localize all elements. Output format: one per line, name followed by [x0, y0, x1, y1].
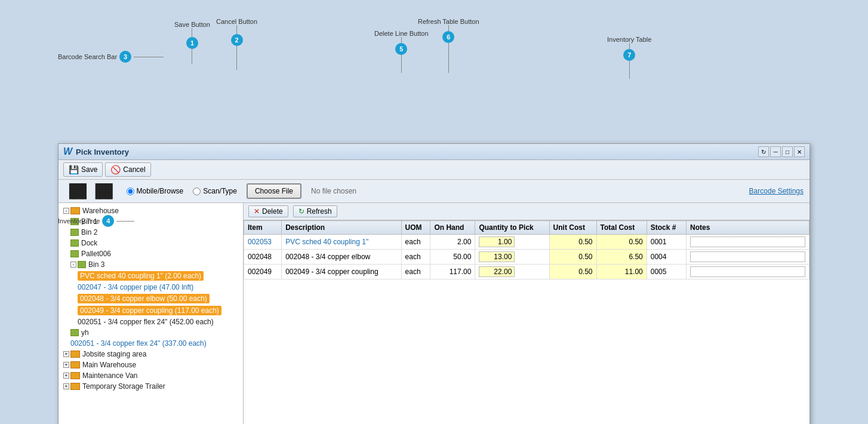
tree-main-warehouse[interactable]: + Main Warehouse [59, 360, 243, 370]
choose-file-button[interactable]: Choose File [247, 183, 301, 199]
item-copper-coupling-label: 002049 - 3/4 copper coupling (117.00 eac… [78, 306, 221, 315]
warehouse-expand[interactable]: - [63, 208, 69, 214]
tree-warehouse[interactable]: - Warehouse [59, 205, 243, 216]
row1-total-cost: 0.50 [596, 235, 647, 250]
row3-notes-input[interactable] [690, 266, 805, 277]
temp-storage-icon [70, 383, 80, 390]
refresh-table-button[interactable]: ↻ Refresh [293, 205, 337, 217]
refresh-table-icon: ↻ [298, 207, 304, 216]
mobile-radio-input[interactable] [127, 188, 134, 195]
row1-notes-input[interactable] [690, 236, 805, 247]
barcode-bar: ▐█▌▐█▌ Mobile/Browse Scan/Type Choose Fi… [59, 180, 809, 203]
tree-bin3[interactable]: - Bin 3 [59, 259, 243, 270]
row2-notes[interactable] [687, 250, 809, 265]
row2-qty-pick[interactable] [475, 250, 549, 265]
cancel-button[interactable]: 🚫 Cancel [105, 162, 150, 177]
tree-bin2[interactable]: Bin 2 [59, 227, 243, 238]
tree-item-copper-elbow[interactable]: 002048 - 3/4 copper elbow (50.00 each) [59, 293, 243, 305]
row1-stock: 0001 [647, 235, 686, 250]
main-warehouse-expand[interactable]: + [63, 362, 69, 368]
inventory-table[interactable]: Item Description UOM On Hand Quantity to… [244, 220, 809, 424]
tree-maintenance-van[interactable]: + Maintenance Van [59, 370, 243, 381]
annotation-refresh-label: Refresh Table Button [418, 18, 479, 25]
tree-item-copper-flex[interactable]: 002051 - 3/4 copper flex 24" (452.00 eac… [59, 317, 243, 327]
maintenance-van-expand[interactable]: + [63, 373, 69, 379]
tree-item-copper-pipe[interactable]: 002047 - 3/4 copper pipe (47.00 lnft) [59, 282, 243, 293]
row2-onhand: 50.00 [430, 250, 475, 265]
row1-desc: PVC sched 40 coupling 1" [282, 235, 401, 250]
row1-onhand: 2.00 [430, 235, 475, 250]
row2-uom: each [401, 250, 430, 265]
bin1-icon [70, 218, 79, 225]
row2-total-cost: 6.50 [596, 250, 647, 265]
refresh-title-btn[interactable]: ↻ [758, 146, 769, 157]
col-qty-pick: Quantity to Pick [475, 221, 549, 235]
table-row: 002049 002049 - 3/4 copper coupling each… [244, 265, 809, 279]
main-warehouse-label: Main Warehouse [82, 361, 136, 369]
inventory-table-panel: ✕ Delete ↻ Refresh Item Descript [244, 203, 809, 424]
tree-yh[interactable]: yh [59, 327, 243, 338]
row1-qty-input[interactable] [479, 236, 515, 247]
tree-pallet006[interactable]: Pallet006 [59, 248, 243, 259]
save-button[interactable]: 💾 Save [63, 162, 103, 177]
cancel-icon: 🚫 [110, 165, 121, 174]
row1-unit-cost: 0.50 [549, 235, 596, 250]
col-notes: Notes [687, 221, 809, 235]
table-row: 002053 PVC sched 40 coupling 1" each 2.0… [244, 235, 809, 250]
mobile-browse-radio[interactable]: Mobile/Browse [127, 187, 184, 195]
warehouse-icon [70, 207, 80, 214]
row3-item: 002049 [244, 265, 282, 279]
annotation-barcode-label: Barcode Search Bar [58, 53, 117, 60]
row1-desc-link: PVC sched 40 coupling 1" [285, 238, 368, 246]
no-file-text: No file chosen [311, 187, 356, 195]
row2-qty-input[interactable] [479, 251, 515, 262]
row1-notes[interactable] [687, 235, 809, 250]
row2-notes-input[interactable] [690, 251, 805, 262]
col-unit-cost: Unit Cost [549, 221, 596, 235]
annotation-refresh-circle: 6 [442, 31, 454, 43]
row3-onhand: 117.00 [430, 265, 475, 279]
main-warehouse-icon [70, 361, 80, 368]
inventory-tree[interactable]: - Warehouse Bin 1 Bin 2 Dock [59, 203, 244, 424]
row1-item-link[interactable]: 002053 [248, 238, 272, 246]
tree-jobsite[interactable]: + Jobsite staging area [59, 349, 243, 360]
col-onhand: On Hand [430, 221, 475, 235]
scan-radio-input[interactable] [193, 188, 201, 195]
row1-qty-pick[interactable] [475, 235, 549, 250]
jobsite-expand[interactable]: + [63, 351, 69, 357]
annotation-table-label: Inventory Table [607, 36, 651, 43]
jobsite-icon [70, 351, 80, 358]
tree-bin1[interactable]: Bin 1 [59, 216, 243, 227]
annotation-barcode-circle: 3 [119, 51, 131, 63]
tree-temp-storage[interactable]: + Temporary Storage Trailer [59, 381, 243, 392]
annotation-cancel-label: Cancel Button [216, 18, 257, 25]
row3-desc: 002049 - 3/4 copper coupling [282, 265, 401, 279]
close-btn[interactable]: ✕ [794, 146, 805, 157]
delete-line-button[interactable]: ✕ Delete [248, 205, 288, 217]
row1-uom: each [401, 235, 430, 250]
annotation-save-circle: 1 [186, 37, 198, 49]
tree-item-copper-coupling[interactable]: 002049 - 3/4 copper coupling (117.00 eac… [59, 305, 243, 317]
row1-item: 002053 [244, 235, 282, 250]
temp-storage-expand[interactable]: + [63, 383, 69, 389]
row3-notes[interactable] [687, 265, 809, 279]
dock-label: Dock [81, 239, 97, 247]
maximize-btn[interactable]: □ [782, 146, 793, 157]
row2-stock: 0004 [647, 250, 686, 265]
item-copper-elbow-label: 002048 - 3/4 copper elbow (50.00 each) [78, 294, 210, 303]
scan-type-radio[interactable]: Scan/Type [193, 187, 237, 195]
annotation-cancel-circle: 2 [231, 34, 243, 46]
bin3-label: Bin 3 [88, 260, 104, 269]
barcode-settings-link[interactable]: Barcode Settings [749, 187, 804, 195]
maintenance-van-label: Maintenance Van [82, 371, 138, 380]
row3-qty-pick[interactable] [475, 265, 549, 279]
row2-item: 002048 [244, 250, 282, 265]
tree-dock[interactable]: Dock [59, 238, 243, 248]
minimize-btn[interactable]: ─ [770, 146, 781, 157]
row3-qty-input[interactable] [479, 266, 515, 277]
tree-item-copper-flex2[interactable]: 002051 - 3/4 copper flex 24" (337.00 eac… [59, 338, 243, 349]
inventory-data-table: Item Description UOM On Hand Quantity to… [244, 220, 809, 279]
tree-item-pvc[interactable]: PVC sched 40 coupling 1" (2.00 each) [59, 270, 243, 282]
bin3-expand[interactable]: - [70, 262, 76, 268]
delete-label: Delete [262, 207, 283, 216]
